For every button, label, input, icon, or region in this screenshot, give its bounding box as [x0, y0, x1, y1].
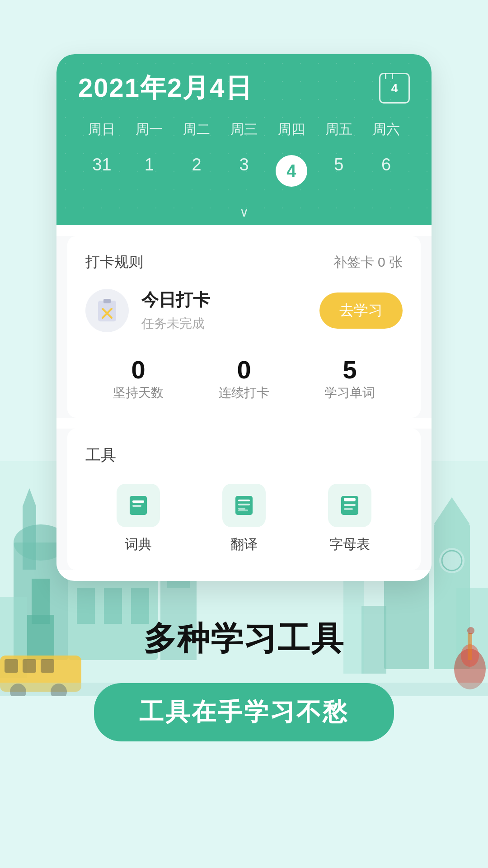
today-checkin-title: 今日打卡	[141, 288, 210, 311]
svg-point-26	[439, 548, 465, 573]
supplement-card-label[interactable]: 补签卡 0 张	[333, 253, 403, 272]
svg-rect-4	[27, 615, 54, 660]
checkin-rules-label[interactable]: 打卡规则	[85, 252, 143, 272]
svg-rect-16	[5, 659, 18, 673]
translate-label: 翻译	[230, 535, 258, 554]
tools-card: 工具 词典	[67, 429, 421, 570]
active-date-circle: 4	[276, 155, 307, 187]
svg-rect-44	[238, 500, 250, 501]
dictionary-icon	[126, 493, 150, 518]
calendar-icon[interactable]: 4	[379, 73, 410, 104]
today-checkin-subtitle: 任务未完成	[141, 315, 210, 332]
phone-card: 2021年2月4日 4 周日 周一 周二 周三 周四 周五 周六 31 1 2 …	[56, 54, 432, 581]
date-6[interactable]: 6	[362, 148, 410, 194]
svg-rect-18	[41, 659, 54, 673]
svg-rect-17	[23, 659, 36, 673]
stat-consecutive-checkin: 0 连续打卡	[219, 355, 269, 401]
svg-rect-41	[132, 500, 144, 503]
dictionary-label: 词典	[125, 535, 152, 554]
checkin-card: 打卡规则 补签卡 0 张	[67, 236, 421, 418]
translate-icon	[232, 493, 256, 518]
tool-translate[interactable]: 翻译	[222, 484, 266, 554]
svg-rect-47	[238, 509, 248, 511]
checkin-task-row: 今日打卡 任务未完成 去学习	[85, 288, 403, 332]
date-2[interactable]: 2	[173, 148, 221, 194]
main-wrapper: 2021年2月4日 4 周日 周一 周二 周三 周四 周五 周六 31 1 2 …	[0, 0, 488, 868]
task-icon-wrap	[85, 289, 129, 332]
svg-rect-51	[344, 508, 353, 510]
tools-title: 工具	[85, 445, 403, 466]
svg-rect-50	[344, 504, 356, 506]
task-text: 今日打卡 任务未完成	[141, 288, 210, 332]
tools-grid: 词典 翻译	[85, 484, 403, 554]
svg-rect-10	[23, 506, 36, 570]
svg-point-34	[467, 627, 474, 634]
bottom-badge: 工具在手学习不愁	[94, 683, 394, 741]
translate-icon-wrap	[222, 484, 266, 527]
date-5[interactable]: 5	[315, 148, 362, 194]
svg-rect-46	[238, 508, 245, 509]
svg-rect-33	[468, 633, 472, 660]
bottom-badge-text: 工具在手学习不愁	[139, 698, 349, 725]
svg-rect-37	[103, 299, 111, 303]
svg-rect-49	[344, 498, 356, 501]
bottom-main-title: 多种学习工具	[144, 617, 344, 660]
date-31[interactable]: 31	[78, 148, 126, 194]
date-4-active[interactable]: 4	[267, 148, 315, 194]
tools-section: 工具 词典	[56, 429, 432, 570]
svg-rect-45	[238, 504, 250, 505]
tool-dictionary[interactable]: 词典	[117, 484, 160, 554]
stat-persist-days: 0 坚持天数	[113, 355, 164, 401]
tool-alphabet[interactable]: 字母表	[328, 484, 371, 554]
calendar-header: 2021年2月4日 4 周日 周一 周二 周三 周四 周五 周六 31 1 2 …	[56, 54, 432, 225]
task-info: 今日打卡 任务未完成	[85, 288, 210, 332]
bottom-section: 多种学习工具 工具在手学习不愁	[76, 581, 412, 787]
alphabet-icon	[338, 493, 362, 518]
alphabet-icon-wrap	[328, 484, 371, 527]
checkin-task-icon	[94, 297, 121, 324]
date-1[interactable]: 1	[126, 148, 173, 194]
study-button[interactable]: 去学习	[319, 292, 403, 329]
alphabet-label: 字母表	[329, 535, 370, 554]
dictionary-icon-wrap	[117, 484, 160, 527]
date-3[interactable]: 3	[221, 148, 268, 194]
svg-rect-36	[98, 301, 116, 321]
checkin-section: 打卡规则 补签卡 0 张	[56, 236, 432, 418]
svg-rect-42	[132, 505, 141, 507]
stat-words-learned: 5 学习单词	[324, 355, 375, 401]
stats-row: 0 坚持天数 0 连续打卡 5 学习单词	[85, 355, 403, 401]
